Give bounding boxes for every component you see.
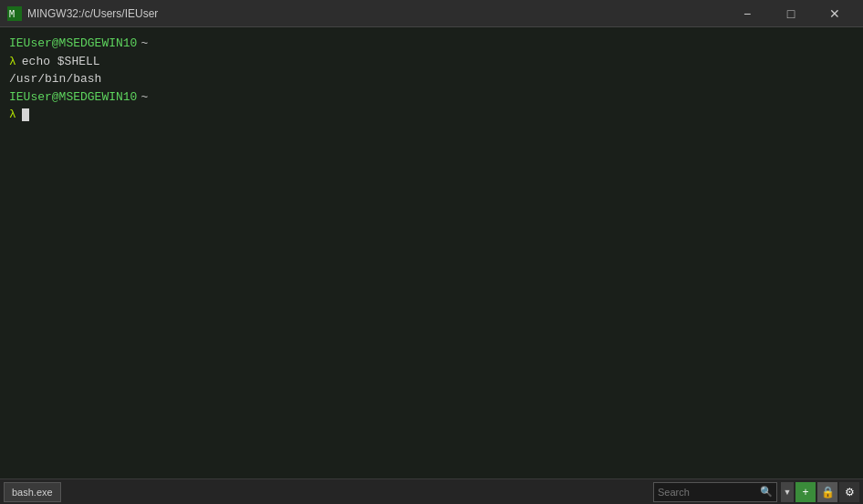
taskbar-search-box: 🔍 <box>653 482 777 502</box>
terminal-line-3: /usr/bin/bash <box>9 70 854 88</box>
terminal-content: IEUser@MSEDGEWIN10 ~ λ echo $SHELL /usr/… <box>0 27 863 478</box>
terminal-line-1: IEUser@MSEDGEWIN10 ~ <box>9 35 854 53</box>
prompt-lambda-2: λ <box>9 53 16 71</box>
taskbar-dropdown-btn[interactable]: ▼ <box>781 482 794 502</box>
output-text-3: /usr/bin/bash <box>9 70 101 88</box>
app-icon: M <box>7 6 22 21</box>
search-icon: 🔍 <box>760 486 773 498</box>
taskbar-add-button[interactable]: + <box>795 482 816 502</box>
taskbar: bash.exe 🔍 ▼ + 🔒 ⚙ <box>0 478 863 504</box>
terminal-line-5: λ <box>9 106 854 124</box>
svg-text:M: M <box>9 9 15 19</box>
cursor <box>22 108 29 121</box>
window-title: MINGW32:/c/Users/IEUser <box>27 7 726 20</box>
prompt-tilde-4: ~ <box>140 88 148 107</box>
prompt-tilde-1: ~ <box>140 35 148 53</box>
title-bar: M MINGW32:/c/Users/IEUser − □ ✕ <box>0 0 863 27</box>
cmd-text-2: echo $SHELL <box>22 53 100 71</box>
terminal-line-2: λ echo $SHELL <box>9 53 854 71</box>
prompt-user-4: IEUser@MSEDGEWIN10 <box>9 88 137 107</box>
prompt-user-1: IEUser@MSEDGEWIN10 <box>9 35 137 53</box>
taskbar-lock-button[interactable]: 🔒 <box>817 482 837 502</box>
taskbar-icon-group: ▼ + 🔒 ⚙ <box>781 482 859 502</box>
minimize-button[interactable]: − <box>726 0 768 27</box>
prompt-lambda-5: λ <box>9 106 16 124</box>
search-input[interactable] <box>658 487 758 498</box>
maximize-button[interactable]: □ <box>770 0 812 27</box>
window-controls: − □ ✕ <box>726 0 856 27</box>
terminal-line-4: IEUser@MSEDGEWIN10 ~ <box>9 88 854 107</box>
taskbar-settings-button[interactable]: ⚙ <box>839 482 859 502</box>
close-button[interactable]: ✕ <box>814 0 856 27</box>
taskbar-app-label[interactable]: bash.exe <box>4 482 61 502</box>
